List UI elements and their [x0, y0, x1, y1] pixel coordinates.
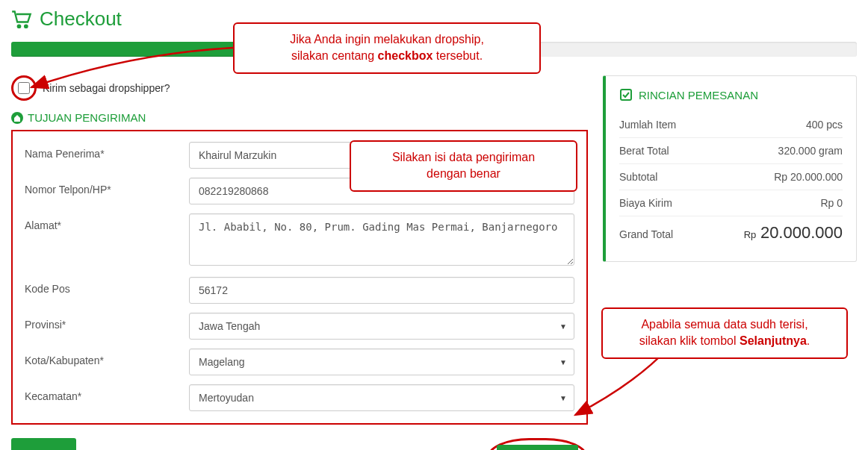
next-button[interactable]: Selanjutnya: [497, 445, 578, 450]
biaya-kirim-label: Biaya Kirim: [619, 197, 672, 209]
checklist-icon: [619, 88, 633, 101]
alamat-textarea[interactable]: Jl. Ababil, No. 80, Prum. Gading Mas Per…: [189, 213, 574, 266]
telp-label: Nomor Telpon/HP*: [25, 178, 189, 196]
kodepos-input[interactable]: [189, 277, 574, 304]
callout-next: Apabila semua data sudh terisi, silakan …: [601, 307, 848, 359]
dropship-label: Kirim sebagai dropshipper?: [43, 82, 170, 94]
svg-point-0: [18, 25, 21, 28]
order-summary-panel: RINCIAN PEMESANAN Jumlah Item 400 pcs Be…: [603, 75, 857, 262]
nama-label: Nama Penerima*: [25, 142, 189, 160]
provinsi-select[interactable]: [189, 313, 574, 340]
provinsi-label: Provinsi*: [25, 313, 189, 331]
grand-total-label: Grand Total: [619, 228, 673, 240]
berat-value: 320.000 gram: [778, 145, 843, 157]
subtotal-value: Rp 20.000.000: [774, 171, 843, 183]
jumlah-item-value: 400 pcs: [806, 119, 843, 131]
berat-label: Berat Total: [619, 145, 669, 157]
shipping-section-head: TUJUAN PENGIRIMAN: [11, 111, 588, 124]
next-button-highlight-oval: Selanjutnya: [487, 438, 588, 450]
kecamatan-select[interactable]: [189, 384, 574, 411]
page-title-text: Checkout: [40, 7, 122, 31]
kodepos-label: Kode Pos: [25, 277, 189, 295]
kota-label: Kota/Kabupaten*: [25, 349, 189, 366]
jumlah-item-label: Jumlah Item: [619, 119, 676, 131]
order-summary-title: RINCIAN PEMESANAN: [639, 89, 758, 101]
grand-total-value: Rp 20.000.000: [744, 223, 843, 243]
svg-point-1: [25, 25, 28, 28]
home-icon: [11, 112, 23, 124]
subtotal-label: Subtotal: [619, 171, 657, 183]
alamat-label: Alamat*: [25, 213, 189, 231]
shipping-section-title: TUJUAN PENGIRIMAN: [28, 111, 146, 124]
checkbox-highlight-circle: [11, 75, 37, 101]
cart-icon: [11, 10, 32, 28]
svg-rect-3: [621, 90, 631, 100]
dropship-checkbox[interactable]: [18, 82, 30, 94]
callout-dropship: Jika Anda ingin melakukan dropship, sila…: [233, 22, 541, 74]
back-button[interactable]: Kembali: [11, 438, 76, 450]
order-summary-head: RINCIAN PEMESANAN: [619, 88, 843, 101]
dropship-row: Kirim sebagai dropshipper?: [11, 75, 588, 101]
kota-select[interactable]: [189, 349, 574, 375]
callout-form: Silakan isi data pengiriman dengan benar: [350, 140, 577, 192]
biaya-kirim-value: Rp 0: [820, 197, 843, 209]
kecamatan-label: Kecamatan*: [25, 384, 189, 402]
